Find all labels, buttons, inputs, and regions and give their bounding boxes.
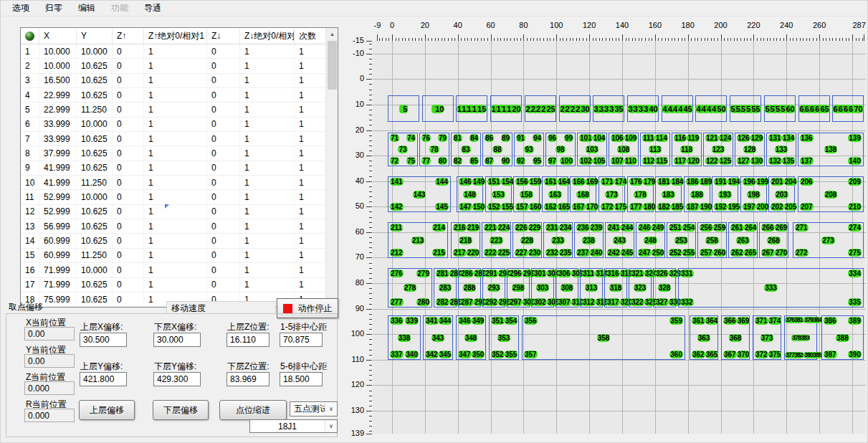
table-row[interactable]: 941.99910.62501011: [21, 161, 338, 176]
lower-offset-button[interactable]: 下层偏移: [153, 400, 209, 420]
table-row[interactable]: 1252.99910.62501011: [21, 205, 338, 219]
plot-box[interactable]: 366369368367370: [721, 315, 750, 360]
plot-box[interactable]: 331334333332335: [678, 268, 864, 308]
plot-box[interactable]: 206209208207210: [798, 176, 864, 212]
plot-box[interactable]: 2627282930: [559, 95, 591, 122]
plot-box[interactable]: 201204203202205: [768, 176, 795, 212]
plot-box[interactable]: 136139138137140: [798, 133, 864, 166]
plot-box[interactable]: 236239238237240: [574, 222, 604, 258]
table-row[interactable]: 837.99910.62501011: [21, 146, 338, 161]
table-scrollbar[interactable]: ▲ ▼: [325, 28, 338, 307]
menu-item-zero[interactable]: 归零: [37, 1, 70, 16]
plot-box[interactable]: 341344343342345: [423, 315, 453, 360]
table-row[interactable]: 110.00010.00001011: [21, 44, 338, 59]
table-row[interactable]: 1356.99910.62501011: [21, 219, 338, 234]
table-row[interactable]: 522.99911.25001011: [21, 103, 338, 117]
table-row[interactable]: 1041.99911.25001011: [21, 176, 338, 190]
plot-box[interactable]: 166169168167170: [570, 176, 596, 212]
upper-z-pos-field[interactable]: [226, 333, 270, 347]
plot-box[interactable]: 126129128127130: [735, 133, 765, 166]
lower-x-offset-field[interactable]: [153, 333, 201, 347]
plot-box[interactable]: 8689888790: [482, 133, 512, 166]
plot-box[interactable]: 326329328327330: [653, 268, 676, 308]
plot-box[interactable]: 121124123122125: [703, 133, 733, 166]
table-row[interactable]: 1460.99910.62501011: [21, 234, 338, 248]
scroll-thumb[interactable]: [328, 41, 337, 90]
upper-offset-button[interactable]: 上层偏移: [79, 400, 135, 420]
plot-box[interactable]: 226229228227230: [512, 222, 542, 258]
col-header-y[interactable]: Y: [77, 28, 113, 44]
plot-box[interactable]: 9194939295: [514, 133, 544, 166]
point-indent-button[interactable]: 点位缩进: [219, 400, 287, 420]
row56-pitch-field[interactable]: [280, 372, 323, 386]
plot-box[interactable]: 251254253252255: [667, 222, 696, 258]
col-header-count[interactable]: 次数: [295, 28, 327, 44]
plot-box[interactable]: 346349348347350: [456, 315, 486, 360]
program-dropdown[interactable]: 18J1 ∨: [249, 419, 338, 433]
plot-box[interactable]: 301304303302305: [531, 268, 554, 308]
scroll-up-icon[interactable]: ▲: [326, 28, 338, 40]
plot-box[interactable]: 241244243242245: [605, 222, 634, 258]
plot-box[interactable]: 371374373372375: [753, 315, 781, 360]
r-current-field[interactable]: [24, 409, 75, 422]
plot-box[interactable]: 311314313312315: [580, 268, 603, 308]
plot-box[interactable]: 161164163162165: [542, 176, 568, 212]
plot-box[interactable]: 1617181920: [490, 95, 522, 122]
plot-box[interactable]: 231234233232235: [543, 222, 573, 258]
plot-box[interactable]: 216219218217220: [451, 222, 480, 258]
plot-box[interactable]: 191194193192195: [712, 176, 738, 212]
plot-box[interactable]: 2122232425: [525, 95, 556, 122]
menu-item-edit[interactable]: 编辑: [70, 1, 103, 16]
menu-item-conduct[interactable]: 导通: [136, 1, 169, 16]
plot-box[interactable]: 6162636465: [798, 95, 830, 122]
plot-box[interactable]: 156159158157160: [513, 176, 540, 212]
upper-y-offset-field[interactable]: [80, 372, 127, 386]
plot-box[interactable]: 221224223222225: [482, 222, 511, 258]
plot-box[interactable]: 271274273272275: [793, 222, 864, 258]
plot-box[interactable]: 5657585960: [764, 95, 796, 122]
z-current-field[interactable]: [24, 381, 75, 395]
plot-box[interactable]: 316319318317320: [604, 268, 627, 308]
col-header-z-down[interactable]: Z↓: [207, 28, 240, 44]
plot-box[interactable]: 171174173172175: [598, 176, 625, 212]
table-row[interactable]: 1560.99911.25001011: [21, 249, 338, 263]
plot-box[interactable]: 281284283282285: [434, 268, 457, 308]
plot-box[interactable]: 7679787780: [419, 133, 449, 166]
x-current-field[interactable]: [24, 327, 75, 340]
plot-box[interactable]: 146149148147150: [457, 176, 483, 212]
plot-box[interactable]: 306309308307310: [555, 268, 578, 308]
plot-box[interactable]: 116119118117120: [672, 133, 702, 166]
table-row[interactable]: 422.99910.62501011: [21, 88, 338, 103]
plot-box[interactable]: 266269268267270: [759, 222, 788, 258]
plot-box[interactable]: 196199198197200: [740, 176, 767, 212]
col-header-x[interactable]: X: [39, 28, 77, 44]
lower-z-pos-field[interactable]: [226, 372, 270, 386]
col-header-z-down-abs[interactable]: Z↓绝对0/相对1: [240, 28, 295, 44]
table-row[interactable]: 633.99910.00001011: [21, 118, 338, 132]
plot-box[interactable]: 321324323322325: [629, 268, 652, 308]
lower-y-offset-field[interactable]: [153, 372, 201, 386]
plot-box[interactable]: 276279278277280: [388, 268, 432, 308]
plot-box[interactable]: 106109108107110: [609, 133, 639, 166]
plot-box[interactable]: 12345: [388, 95, 419, 122]
plot-box[interactable]: 256259258257260: [697, 222, 727, 258]
table-row[interactable]: 1671.99910.00001011: [21, 263, 338, 277]
table-row[interactable]: 1771.99910.62501011: [21, 278, 338, 292]
plot-box[interactable]: 386389388387390: [821, 315, 864, 360]
plot-box[interactable]: 3637383940: [627, 95, 659, 122]
plot-box[interactable]: 678910: [422, 95, 454, 122]
plot-box[interactable]: 6667686970: [832, 95, 864, 122]
plot-box[interactable]: 376381379384378383377382380385: [784, 315, 817, 360]
table-row[interactable]: 1152.99910.00001011: [21, 190, 338, 204]
col-header-z-up-abs[interactable]: Z↑绝对0/相对1: [144, 28, 207, 44]
plot-box[interactable]: 291294293292295: [482, 268, 505, 308]
plot-box[interactable]: 361364363362365: [690, 315, 718, 360]
y-current-field[interactable]: [24, 354, 75, 368]
plot-box[interactable]: 186189188187190: [684, 176, 710, 212]
table-row[interactable]: 316.50010.62501011: [21, 74, 338, 88]
plot-box[interactable]: 1112131415: [456, 95, 487, 122]
plot-box[interactable]: 246249248247250: [636, 222, 665, 258]
col-header-z-up[interactable]: Z↑: [113, 28, 144, 44]
row15-pitch-field[interactable]: [280, 333, 323, 347]
upper-x-offset-field[interactable]: [80, 333, 127, 347]
